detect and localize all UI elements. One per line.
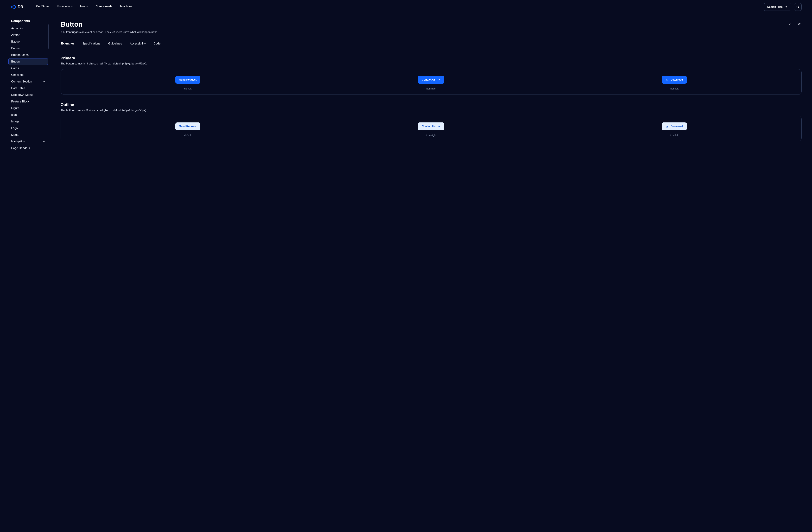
- example-caption: icon-right: [426, 87, 436, 90]
- sidebar: Components AccordionAvatarBadgeBannerBre…: [0, 14, 50, 532]
- tab-specifications[interactable]: Specifications: [82, 40, 101, 48]
- example-box: Send RequestdefaultContact Usicon-rightD…: [61, 69, 802, 95]
- design-files-button[interactable]: Design Files: [764, 3, 791, 11]
- sidebar-item-navigation[interactable]: Navigation: [9, 138, 48, 145]
- button-label: Send Request: [179, 78, 197, 81]
- chevron-down-icon: [42, 140, 45, 143]
- sidebar-item-checkbox[interactable]: Checkbox: [9, 72, 48, 78]
- sidebar-item-label: Navigation: [11, 140, 25, 143]
- tab-guidelines[interactable]: Guidelines: [108, 40, 122, 48]
- page-header: Button A button triggers an event or act…: [61, 20, 802, 34]
- button-label: Contact Us: [422, 125, 435, 128]
- content-area: Button A button triggers an event or act…: [50, 14, 812, 532]
- sidebar-item-logo[interactable]: Logo: [9, 125, 48, 131]
- example-caption: default: [184, 134, 191, 136]
- button-label: Contact Us: [422, 78, 435, 81]
- external-link-icon: [785, 5, 787, 9]
- sidebar-item-label: Breadcrumbs: [11, 53, 29, 57]
- sidebar-item-cards[interactable]: Cards: [9, 65, 48, 72]
- sidebar-item-data-table[interactable]: Data Table: [9, 85, 48, 91]
- chevron-down-icon: [42, 80, 45, 83]
- search-button[interactable]: [794, 3, 802, 11]
- sidebar-item-label: Page Headers: [11, 146, 30, 150]
- sidebar-item-label: Modal: [11, 133, 19, 136]
- page-actions: [788, 21, 802, 26]
- example-cell: Contact Usicon-right: [418, 123, 444, 136]
- example-caption: icon-left: [670, 87, 679, 90]
- sidebar-item-icon[interactable]: Icon: [9, 112, 48, 118]
- sidebar-item-image[interactable]: Image: [9, 118, 48, 125]
- sidebar-item-figure[interactable]: Figure: [9, 105, 48, 112]
- sidebar-item-label: Cards: [11, 67, 19, 70]
- sidebar-item-banner[interactable]: Banner: [9, 45, 48, 52]
- example-box: Send RequestdefaultContact Usicon-rightD…: [61, 116, 802, 141]
- secondary-button-icon-left[interactable]: Download: [662, 123, 687, 130]
- sidebar-item-dropdown-menu[interactable]: Dropdown Menu: [9, 91, 48, 98]
- sidebar-item-label: Accordion: [11, 27, 24, 30]
- primary-nav: Get StartedFoundationsTokensComponentsTe…: [36, 5, 132, 9]
- sidebar-item-label: Figure: [11, 106, 19, 110]
- download-icon: [666, 78, 669, 81]
- sidebar-item-label: Logo: [11, 127, 18, 130]
- secondary-button-default[interactable]: Send Request: [175, 123, 201, 130]
- nav-tokens[interactable]: Tokens: [80, 5, 88, 9]
- sidebar-item-badge[interactable]: Badge: [9, 38, 48, 45]
- sidebar-item-modal[interactable]: Modal: [9, 131, 48, 138]
- button-label: Download: [670, 78, 683, 81]
- sidebar-item-label: Icon: [11, 113, 17, 117]
- edit-button[interactable]: [788, 21, 793, 26]
- sidebar-item-label: Dropdown Menu: [11, 93, 33, 97]
- button-label: Send Request: [179, 125, 197, 128]
- sidebar-item-breadcrumbs[interactable]: Breadcrumbs: [9, 52, 48, 58]
- tab-code[interactable]: Code: [153, 40, 161, 48]
- sidebar-item-label: Checkbox: [11, 73, 24, 77]
- sidebar-item-feature-block[interactable]: Feature Block: [9, 98, 48, 105]
- sidebar-item-label: Avatar: [11, 33, 20, 37]
- sidebar-title: Components: [9, 18, 48, 25]
- secondary-button-icon-right[interactable]: Contact Us: [418, 123, 444, 130]
- sidebar-item-label: Content Section: [11, 80, 32, 83]
- sidebar-item-avatar[interactable]: Avatar: [9, 32, 48, 38]
- example-caption: icon-left: [670, 134, 679, 136]
- link-icon: [798, 22, 801, 26]
- scrollbar-thumb[interactable]: [48, 24, 49, 49]
- sidebar-item-label: Data Table: [11, 87, 25, 90]
- tab-accessibility[interactable]: Accessibility: [129, 40, 146, 48]
- nav-components[interactable]: Components: [96, 5, 113, 9]
- sidebar-item-button[interactable]: Button: [9, 58, 48, 65]
- brand-logo[interactable]: D3: [10, 4, 23, 10]
- section-title: Primary: [61, 56, 802, 60]
- content-tabs: ExamplesSpecificationsGuidelinesAccessib…: [61, 40, 802, 48]
- sidebar-item-accordion[interactable]: Accordion: [9, 25, 48, 32]
- primary-button-icon-left[interactable]: Download: [662, 76, 687, 84]
- copy-link-button[interactable]: [797, 21, 802, 26]
- edit-icon: [789, 22, 792, 26]
- section-description: The button comes in 3 sizes; small (44px…: [61, 62, 802, 65]
- header-actions: Design Files: [764, 3, 802, 11]
- arrow-right-icon: [437, 125, 440, 128]
- tab-examples[interactable]: Examples: [61, 40, 75, 48]
- section-primary: PrimaryThe button comes in 3 sizes; smal…: [61, 56, 802, 95]
- example-cell: Contact Usicon-right: [418, 76, 444, 90]
- example-cell: Send Requestdefault: [175, 76, 201, 90]
- sidebar-item-label: Badge: [11, 40, 20, 43]
- example-caption: icon-right: [426, 134, 436, 136]
- primary-button-default[interactable]: Send Request: [175, 76, 201, 84]
- nav-foundations[interactable]: Foundations: [57, 5, 73, 9]
- example-cell: Downloadicon-left: [662, 76, 687, 90]
- sidebar-item-content-section[interactable]: Content Section: [9, 78, 48, 85]
- sidebar-item-page-headers[interactable]: Page Headers: [9, 145, 48, 152]
- arrow-right-icon: [437, 78, 440, 81]
- page-title: Button: [61, 20, 157, 28]
- example-cell: Downloadicon-left: [662, 123, 687, 136]
- primary-button-icon-right[interactable]: Contact Us: [418, 76, 444, 84]
- sidebar-item-label: Image: [11, 120, 19, 123]
- sidebar-item-label: Banner: [11, 47, 20, 50]
- nav-get-started[interactable]: Get Started: [36, 5, 50, 9]
- example-caption: default: [184, 87, 191, 90]
- brand-text: D3: [17, 4, 23, 10]
- download-icon: [666, 125, 669, 128]
- nav-templates[interactable]: Templates: [120, 5, 132, 9]
- design-files-label: Design Files: [767, 5, 783, 9]
- section-title: Outline: [61, 102, 802, 107]
